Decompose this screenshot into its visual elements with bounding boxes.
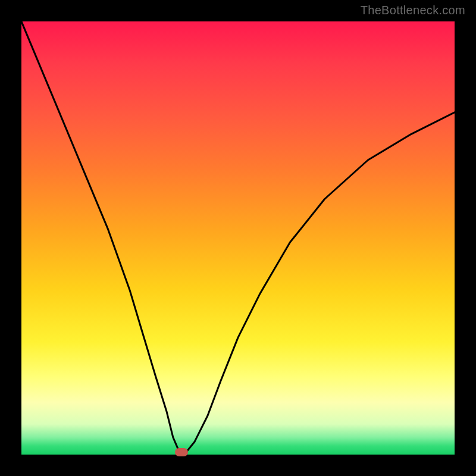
watermark-text: TheBottleneck.com (361, 4, 465, 17)
minimum-marker (175, 448, 188, 456)
chart-frame: TheBottleneck.com (0, 0, 476, 476)
plot-area (21, 21, 455, 455)
